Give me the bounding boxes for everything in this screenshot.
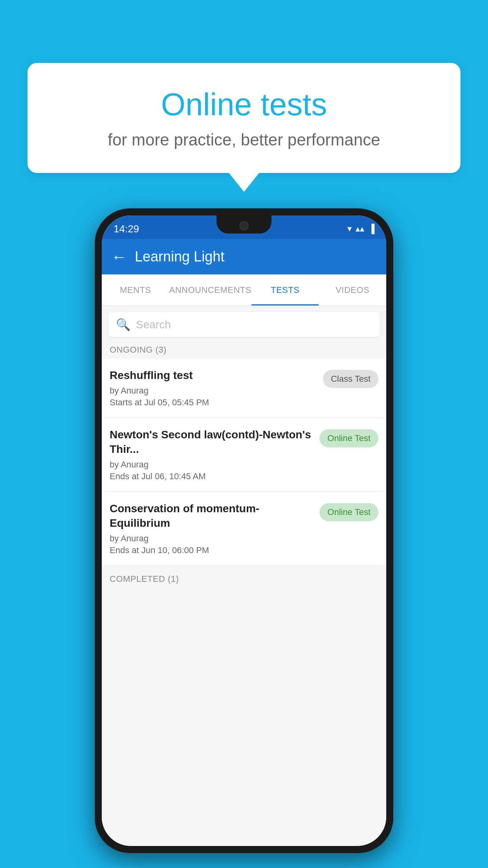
battery-icon: ▐	[368, 224, 374, 234]
test-date-3: Ends at Jun 10, 06:00 PM	[110, 545, 313, 555]
test-card-3[interactable]: Conservation of momentum-Equilibrium by …	[102, 492, 386, 565]
completed-section-header: COMPLETED (1)	[102, 566, 386, 588]
speech-bubble-subtitle: for more practice, better performance	[59, 131, 429, 149]
speech-bubble-container: Online tests for more practice, better p…	[28, 63, 460, 192]
signal-icon: ▴▴	[356, 224, 364, 234]
test-author-1: by Anurag	[110, 386, 317, 396]
tab-videos[interactable]: VIDEOS	[319, 274, 386, 305]
test-badge-1: Class Test	[323, 370, 378, 388]
phone-notch	[216, 215, 272, 234]
search-icon: 🔍	[116, 318, 130, 331]
test-info-3: Conservation of momentum-Equilibrium by …	[110, 502, 319, 555]
app-header-title: Learning Light	[135, 248, 224, 265]
speech-bubble: Online tests for more practice, better p…	[28, 63, 460, 173]
test-date-1: Starts at Jul 05, 05:45 PM	[110, 397, 317, 408]
phone-camera	[239, 221, 249, 230]
tab-ments[interactable]: MENTS	[102, 274, 169, 305]
ongoing-section-header: ONGOING (3)	[102, 337, 386, 359]
test-name-1: Reshuffling test	[110, 368, 317, 383]
test-date-2: Ends at Jul 06, 10:45 AM	[110, 471, 313, 482]
search-bar[interactable]: 🔍 Search	[108, 312, 380, 337]
tab-announcements[interactable]: ANNOUNCEMENTS	[169, 274, 251, 305]
wifi-icon: ▾	[347, 224, 352, 234]
test-name-3: Conservation of momentum-Equilibrium	[110, 502, 313, 530]
phone-screen: 14:29 ▾ ▴▴ ▐ ← Learning Light MENTS	[102, 215, 386, 846]
status-icons: ▾ ▴▴ ▐	[347, 224, 374, 234]
test-author-2: by Anurag	[110, 460, 313, 470]
tab-tests[interactable]: TESTS	[251, 274, 319, 305]
app-header: ← Learning Light	[102, 239, 386, 274]
test-badge-3: Online Test	[319, 503, 378, 521]
status-time: 14:29	[114, 223, 139, 235]
search-input[interactable]: Search	[136, 318, 171, 331]
speech-bubble-title: Online tests	[59, 86, 429, 123]
phone-body: 14:29 ▾ ▴▴ ▐ ← Learning Light MENTS	[95, 208, 393, 853]
speech-bubble-arrow	[228, 172, 260, 192]
test-info-1: Reshuffling test by Anurag Starts at Jul…	[110, 368, 323, 408]
content-area: 🔍 Search ONGOING (3) Reshuffling test by…	[102, 306, 386, 846]
test-card-1[interactable]: Reshuffling test by Anurag Starts at Jul…	[102, 359, 386, 417]
test-name-2: Newton's Second law(contd)-Newton's Thir…	[110, 428, 313, 456]
tabs-bar: MENTS ANNOUNCEMENTS TESTS VIDEOS	[102, 274, 386, 306]
app-background: Online tests for more practice, better p…	[0, 0, 488, 868]
test-badge-2: Online Test	[319, 429, 378, 447]
test-card-2[interactable]: Newton's Second law(contd)-Newton's Thir…	[102, 418, 386, 491]
test-author-3: by Anurag	[110, 533, 313, 544]
phone-container: 14:29 ▾ ▴▴ ▐ ← Learning Light MENTS	[95, 208, 393, 853]
back-button[interactable]: ←	[111, 248, 127, 266]
test-info-2: Newton's Second law(contd)-Newton's Thir…	[110, 428, 319, 482]
